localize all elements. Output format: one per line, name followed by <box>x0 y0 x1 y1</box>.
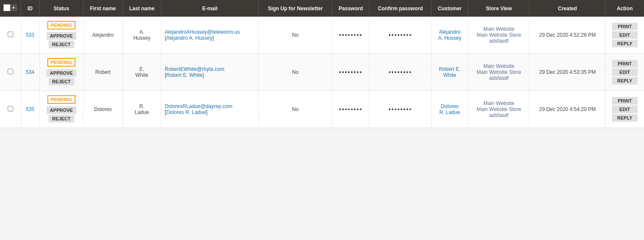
column-header-action: Action <box>605 0 644 17</box>
row-checkbox-0[interactable] <box>8 32 13 37</box>
cell-store-view-0: Main WebsiteMain Website Storeadsfasdf <box>468 17 530 54</box>
cell-status-1: PENDING APPROVE REJECT <box>39 54 83 91</box>
approve-button-1[interactable]: APPROVE <box>47 69 76 77</box>
column-header-id: ID <box>21 0 40 17</box>
reject-button-0[interactable]: REJECT <box>49 41 74 48</box>
edit-button-0[interactable]: EDIT <box>612 31 638 39</box>
id-link-2[interactable]: 535 <box>26 106 34 112</box>
column-header-checkbox: ▼ <box>0 0 21 17</box>
cell-confirm-password-2: •••••••• <box>370 91 431 128</box>
column-header-created: Created <box>530 0 605 17</box>
column-header-first-name: First name <box>83 0 122 17</box>
store-view-text-2: Main WebsiteMain Website Storeadsfasdf <box>477 100 522 118</box>
approve-button-2[interactable]: APPROVE <box>47 106 76 114</box>
cell-email-1: RobertEWhite@rhyta.com [Robert E. White] <box>161 54 259 91</box>
cell-newsletter-0: No <box>259 17 332 54</box>
cell-status-2: PENDING APPROVE REJECT <box>39 91 83 128</box>
cell-last-name-2: R.Ladue <box>122 91 161 128</box>
store-view-text-1: Main WebsiteMain Website Storeadsfasdf <box>477 63 522 81</box>
print-button-2[interactable]: PRINT <box>612 97 638 105</box>
password-dots-0: •••••••• <box>339 32 362 38</box>
select-all-control[interactable]: ▼ <box>3 4 17 11</box>
customer-link-1[interactable]: Robert E.White <box>439 66 460 78</box>
column-header-password: Password <box>332 0 369 17</box>
row-checkbox-cell-2 <box>0 91 21 128</box>
cell-confirm-password-0: •••••••• <box>370 17 431 54</box>
email-name-link-0[interactable]: Alejandro A. Hussey <box>166 35 212 41</box>
table-row: 535 PENDING APPROVE REJECT Dolores R.Lad… <box>0 91 644 128</box>
approve-button-0[interactable]: APPROVE <box>47 32 76 40</box>
email-address-link-1[interactable]: RobertEWhite@rhyta.com <box>165 66 224 72</box>
print-button-1[interactable]: PRINT <box>612 60 638 67</box>
cell-action-0: PRINT EDIT REPLY <box>605 17 644 54</box>
email-address-link-0[interactable]: AlejandroAHussey@teleworm.us <box>165 29 240 35</box>
row-checkbox-cell-1 <box>0 54 21 91</box>
store-view-text-0: Main WebsiteMain Website Storeadsfasdf <box>477 26 522 44</box>
status-badge-0: PENDING <box>47 21 76 29</box>
row-checkbox-1[interactable] <box>8 69 13 74</box>
cell-action-1: PRINT EDIT REPLY <box>605 54 644 91</box>
id-link-1[interactable]: 534 <box>26 69 34 75</box>
cell-store-view-2: Main WebsiteMain Website Storeadsfasdf <box>468 91 530 128</box>
edit-button-1[interactable]: EDIT <box>612 68 638 76</box>
cell-created-1: 29 Dec 2020 4:53:35 PM <box>530 54 605 91</box>
column-header-email: E-mail <box>161 0 259 17</box>
cell-password-2: •••••••• <box>332 91 369 128</box>
confirm-password-dots-1: •••••••• <box>388 69 412 76</box>
password-dots-1: •••••••• <box>339 69 362 76</box>
cell-email-0: AlejandroAHussey@teleworm.us [Alejandro … <box>161 17 259 54</box>
cell-id-1: 534 <box>21 54 40 91</box>
cell-customer-2: DoloresR. Ladue <box>431 91 468 128</box>
cell-confirm-password-1: •••••••• <box>370 54 431 91</box>
cell-first-name-0: Alejandro <box>83 17 122 54</box>
cell-id-0: 533 <box>21 17 40 54</box>
cell-password-0: •••••••• <box>332 17 369 54</box>
cell-created-2: 29 Dec 2020 4:54:20 PM <box>530 91 605 128</box>
confirm-password-dots-2: •••••••• <box>388 106 412 113</box>
reply-button-0[interactable]: REPLY <box>612 40 638 47</box>
select-all-checkbox[interactable] <box>3 4 10 11</box>
print-button-0[interactable]: PRINT <box>612 23 638 30</box>
email-name-link-2[interactable]: Dolores R. Ladue <box>166 109 206 115</box>
status-badge-2: PENDING <box>47 95 76 104</box>
cell-store-view-1: Main WebsiteMain Website Storeadsfasdf <box>468 54 530 91</box>
cell-email-2: DoloresRLadue@dayrep.com [Dolores R. Lad… <box>161 91 259 128</box>
cell-last-name-0: A.Hussey <box>122 17 161 54</box>
cell-customer-1: Robert E.White <box>431 54 468 91</box>
password-dots-2: •••••••• <box>339 106 362 113</box>
row-checkbox-cell-0 <box>0 17 21 54</box>
select-dropdown-arrow[interactable]: ▼ <box>10 4 17 11</box>
table-row: 533 PENDING APPROVE REJECT Alejandro A.H… <box>0 17 644 54</box>
column-header-store-view: Store View <box>468 0 530 17</box>
column-header-last-name: Last name <box>122 0 161 17</box>
cell-id-2: 535 <box>21 91 40 128</box>
cell-first-name-2: Dolores <box>83 91 122 128</box>
cell-password-1: •••••••• <box>332 54 369 91</box>
customer-link-2[interactable]: DoloresR. Ladue <box>439 103 460 115</box>
row-checkbox-2[interactable] <box>8 106 13 111</box>
column-header-confirm-password: Confirm password <box>370 0 431 17</box>
reply-button-2[interactable]: REPLY <box>612 114 638 122</box>
customer-link-0[interactable]: AlejandroA. Hussey <box>438 29 461 41</box>
reply-button-1[interactable]: REPLY <box>612 77 638 85</box>
table-row: 534 PENDING APPROVE REJECT Robert E.Whit… <box>0 54 644 91</box>
reject-button-1[interactable]: REJECT <box>49 78 74 85</box>
email-name-link-1[interactable]: Robert E. White <box>166 72 202 78</box>
cell-newsletter-2: No <box>259 91 332 128</box>
cell-first-name-1: Robert <box>83 54 122 91</box>
cell-status-0: PENDING APPROVE REJECT <box>39 17 83 54</box>
cell-last-name-1: E.White <box>122 54 161 91</box>
reject-button-2[interactable]: REJECT <box>49 115 74 123</box>
confirm-password-dots-0: •••••••• <box>388 32 412 38</box>
cell-created-0: 29 Dec 2020 4:52:28 PM <box>530 17 605 54</box>
column-header-status: Status <box>39 0 83 17</box>
edit-button-2[interactable]: EDIT <box>612 105 638 113</box>
cell-newsletter-1: No <box>259 54 332 91</box>
cell-customer-0: AlejandroA. Hussey <box>431 17 468 54</box>
email-address-link-2[interactable]: DoloresRLadue@dayrep.com <box>165 103 232 109</box>
column-header-customer: Customer <box>431 0 468 17</box>
id-link-0[interactable]: 533 <box>26 32 34 38</box>
column-header-newsletter: Sign Up for Newsletter <box>259 0 332 17</box>
cell-action-2: PRINT EDIT REPLY <box>605 91 644 128</box>
status-badge-1: PENDING <box>47 58 76 67</box>
